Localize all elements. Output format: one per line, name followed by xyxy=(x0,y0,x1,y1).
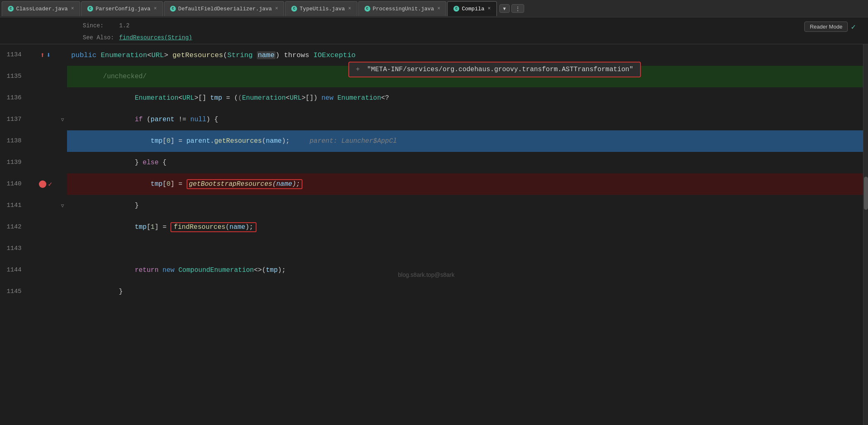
tab-label-processingunit: ProcessingUnit.java xyxy=(373,6,434,12)
close-classloader[interactable]: × xyxy=(71,6,74,12)
code-line-1144: return new CompoundEnumeration<>(tmp); xyxy=(67,259,863,281)
tab-defaultfield[interactable]: C DefaultFieldDeserializer.java × xyxy=(164,1,284,16)
tab-icon-typeutils: C xyxy=(291,6,297,12)
line-num-1136: 1136 xyxy=(0,87,26,109)
tab-label-compila: Compila xyxy=(462,6,484,12)
tab-label-typeutils: TypeUtils.java xyxy=(300,6,345,12)
fold-row-1145 xyxy=(58,281,67,303)
tab-processingunit[interactable]: C ProcessingUnit.java × xyxy=(358,1,446,16)
tab-more-menu[interactable]: ⋮ xyxy=(511,4,524,13)
arrow-down-icon-1134[interactable]: ⬇ xyxy=(46,50,51,60)
close-processingunit[interactable]: × xyxy=(437,6,440,12)
arrow-up-icon-1134[interactable]: ⬆ xyxy=(40,50,45,60)
fold-row-1134 xyxy=(58,44,67,66)
line-num-1137: 1137 xyxy=(0,109,26,130)
code-line-1136: Enumeration<URL>[] tmp = ((Enumeration<U… xyxy=(67,87,863,109)
breakpoint-check-1140: ✓ xyxy=(48,180,52,188)
red-outline-findresources: findResources(name); xyxy=(170,222,257,232)
line-num-1142: 1142 xyxy=(0,216,26,238)
fold-row-1140 xyxy=(58,173,67,195)
line-num-1138: 1138 xyxy=(0,130,26,152)
close-parserconfig[interactable]: × xyxy=(154,6,157,12)
doc-see-also-row: See Also: findResources(String) xyxy=(0,32,868,44)
line-num-1134: 1134 xyxy=(0,44,26,66)
tooltip-text: "META-INF/services/org.codehaus.groovy.t… xyxy=(367,66,633,73)
reader-mode-area: Reader Mode ✓ xyxy=(804,22,856,32)
fold-arrow-1137[interactable]: ▽ xyxy=(61,117,64,123)
line-num-1141: 1141 xyxy=(0,195,26,216)
fold-row-1135 xyxy=(58,66,67,87)
line-num-1144: 1144 xyxy=(0,259,26,281)
fold-row-1144 xyxy=(58,259,67,281)
tab-label-defaultfield: DefaultFieldDeserializer.java xyxy=(178,6,272,12)
tab-icon-classloader: C xyxy=(8,6,14,12)
tab-icon-compila: C xyxy=(453,6,459,12)
tab-overflow-dropdown[interactable]: ▾ xyxy=(499,4,510,13)
code-line-1140: tmp[0] = getBootstrapResources(name); xyxy=(67,173,863,195)
line-num-1139: 1139 xyxy=(0,152,26,173)
line-num-1145: 1145 xyxy=(0,281,26,303)
code-line-1145: } xyxy=(67,281,863,303)
code-line-1143 xyxy=(67,238,863,259)
code-lines: public Enumeration<URL> getResources(Str… xyxy=(67,44,863,425)
watermark-center: blog.s8ark.top@s8ark xyxy=(398,271,454,278)
code-line-1141: } xyxy=(67,195,863,216)
fold-row-1143 xyxy=(58,238,67,259)
fold-row-1141: ▽ xyxy=(58,195,67,216)
code-line-1142: tmp[1] = findResources(name); xyxy=(67,216,863,238)
gutter-icons: ⬆ ⬇ ✓ xyxy=(33,44,58,425)
doc-since-row: Since: 1.2 xyxy=(0,20,868,32)
gutter-row-1145 xyxy=(33,281,58,303)
gutter-row-1142 xyxy=(33,216,58,238)
fold-row-1142 xyxy=(58,216,67,238)
red-outline-bootstrap: getBootstrapResources(name); xyxy=(187,179,303,189)
scrollbar-thumb[interactable] xyxy=(864,177,868,210)
fold-row-1137: ▽ xyxy=(58,109,67,130)
gutter-row-1141 xyxy=(33,195,58,216)
tab-icon-processingunit: C xyxy=(364,6,370,12)
fold-arrow-1141[interactable]: ▽ xyxy=(61,203,64,209)
suppress-annotation: /unchecked/ xyxy=(71,73,146,80)
breakpoint-icon-1140[interactable] xyxy=(39,180,46,188)
code-line-1138: tmp[0] = parent.getResources(name); pare… xyxy=(67,130,863,152)
line-num-1140: 1140 xyxy=(0,173,26,195)
line-num-1135: 1135 xyxy=(0,66,26,87)
tab-parserconfig[interactable]: C ParserConfig.java × xyxy=(81,1,163,16)
fold-row-1138 xyxy=(58,130,67,152)
tab-typeutils[interactable]: C TypeUtils.java × xyxy=(285,1,357,16)
fold-row-1136 xyxy=(58,87,67,109)
tab-icon-defaultfield: C xyxy=(170,6,176,12)
line-num-1143: 1143 xyxy=(0,238,26,259)
tooltip-box: "META-INF/services/org.codehaus.groovy.t… xyxy=(348,62,641,77)
scrollbar[interactable] xyxy=(863,44,868,425)
since-label: Since: xyxy=(83,21,116,31)
doc-header: Since: 1.2 See Also: findResources(Strin… xyxy=(0,17,868,44)
close-defaultfield[interactable]: × xyxy=(275,6,278,12)
gutter-row-1136 xyxy=(33,87,58,109)
gutter-row-1134: ⬆ ⬇ xyxy=(33,44,58,66)
tab-label-classloader: ClassLoader.java xyxy=(16,6,68,12)
fn-getresources: getResources xyxy=(173,51,223,59)
reader-mode-checkmark: ✓ xyxy=(851,22,856,31)
tab-label-parserconfig: ParserConfig.java xyxy=(96,6,151,12)
tab-compila[interactable]: C Compila × xyxy=(447,1,497,16)
tab-overflow: ▾ ⋮ xyxy=(499,4,524,13)
tab-classloader[interactable]: C ClassLoader.java × xyxy=(2,1,80,16)
see-also-link[interactable]: findResources(String) xyxy=(119,33,192,43)
gutter-row-1137 xyxy=(33,109,58,130)
fold-col: ▽ ▽ xyxy=(58,44,67,425)
kw-public: public xyxy=(71,51,96,59)
gutter-row-1143 xyxy=(33,238,58,259)
reader-mode-button[interactable]: Reader Mode xyxy=(804,22,848,32)
line-numbers: 1134 1135 1136 1137 1138 1139 1140 1141 … xyxy=(0,44,33,425)
gutter-row-1144 xyxy=(33,259,58,281)
exc-ioexception: IOExceptio xyxy=(314,51,356,59)
code-content: 1134 1135 1136 1137 1138 1139 1140 1141 … xyxy=(0,44,868,425)
code-line-1137: if (parent != null) { xyxy=(67,109,863,130)
gutter-row-1135 xyxy=(33,66,58,87)
tab-icon-parserconfig: C xyxy=(87,6,93,12)
close-compila[interactable]: × xyxy=(488,6,491,12)
close-typeutils[interactable]: × xyxy=(348,6,351,12)
tab-bar: C ClassLoader.java × C ParserConfig.java… xyxy=(0,0,868,17)
main-area: 1134 1135 1136 1137 1138 1139 1140 1141 … xyxy=(0,44,868,425)
